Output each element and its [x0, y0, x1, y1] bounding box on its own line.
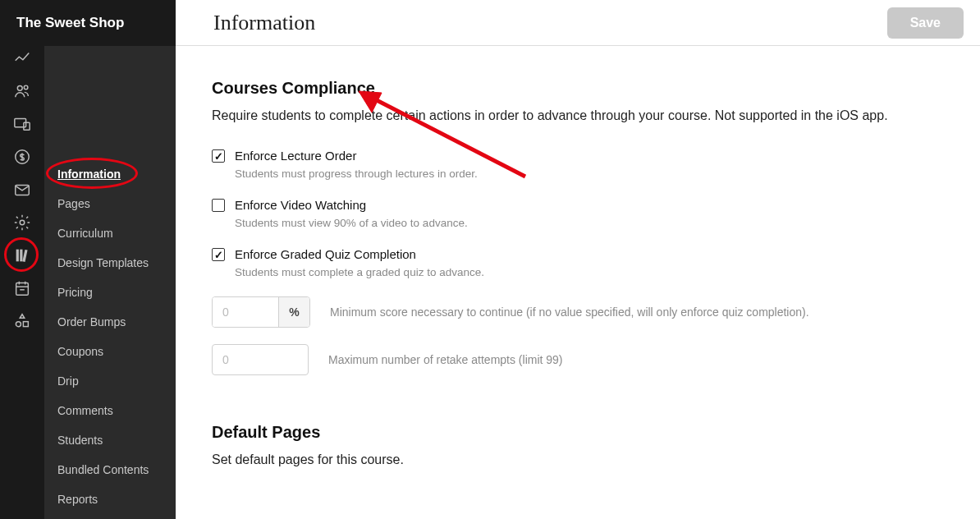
checkbox-label: Enforce Video Watching [235, 198, 366, 212]
subnav-item-bundled-contents[interactable]: Bundled Contents [44, 455, 176, 485]
apps-icon[interactable] [13, 312, 31, 330]
svg-point-6 [20, 220, 25, 225]
compliance-desc: Require students to complete certain act… [212, 106, 931, 126]
gear-icon[interactable] [13, 214, 31, 232]
subnav-item-curriculum[interactable]: Curriculum [44, 218, 176, 248]
retakes-help: Maximum number of retake attempts (limit… [328, 353, 563, 366]
min-score-row: % Minimum score necessary to continue (i… [212, 296, 931, 328]
percent-addon: % [278, 297, 309, 327]
devices-icon[interactable] [13, 115, 31, 133]
svg-rect-17 [23, 322, 28, 327]
subnav-item-reports[interactable]: Reports [44, 485, 176, 514]
subnav-item-comments[interactable]: Comments [44, 396, 176, 425]
checkbox-enforce-lecture-order[interactable] [212, 149, 225, 163]
checkbox-enforce-video-watching[interactable] [212, 199, 225, 212]
subnav: Information Pages Curriculum Design Temp… [44, 0, 176, 519]
checkbox-label: Enforce Graded Quiz Completion [235, 247, 416, 261]
brand-title: The Sweet Shop [0, 0, 176, 46]
checkbox-help: Students must progress through lectures … [235, 168, 931, 180]
subnav-item-coupons[interactable]: Coupons [44, 337, 176, 366]
check-enforce-video-watching: Enforce Video Watching [212, 198, 931, 212]
svg-point-0 [17, 85, 22, 90]
page-title: Information [213, 11, 315, 35]
dollar-icon[interactable] [13, 148, 31, 166]
save-button[interactable]: Save [887, 7, 964, 39]
min-score-input[interactable] [213, 297, 278, 327]
section-compliance: Courses Compliance Require students to c… [212, 79, 931, 375]
main-content: Information Save Courses Compliance Requ… [176, 0, 980, 519]
calendar-icon[interactable] [13, 279, 31, 297]
analytics-icon[interactable] [13, 49, 31, 67]
svg-marker-15 [20, 315, 25, 319]
default-pages-desc: Set default pages for this course. [212, 450, 931, 470]
mail-icon[interactable] [13, 181, 31, 199]
subnav-item-information[interactable]: Information [44, 159, 176, 189]
checkbox-help: Students must complete a graded quiz to … [235, 266, 931, 278]
retakes-input[interactable] [212, 344, 309, 375]
topbar: Information Save [176, 0, 980, 46]
icon-rail [0, 0, 44, 519]
checkbox-help: Students must view 90% of a video to adv… [235, 217, 931, 229]
subnav-item-order-bumps[interactable]: Order Bumps [44, 307, 176, 337]
check-enforce-lecture-order: Enforce Lecture Order [212, 149, 931, 163]
default-pages-title: Default Pages [212, 423, 931, 442]
check-enforce-quiz-completion: Enforce Graded Quiz Completion [212, 247, 931, 261]
svg-point-1 [24, 85, 28, 90]
compliance-title: Courses Compliance [212, 79, 931, 98]
subnav-item-students[interactable]: Students [44, 425, 176, 455]
svg-rect-8 [20, 250, 22, 262]
section-default-pages: Default Pages Set default pages for this… [212, 423, 931, 470]
min-score-input-group: % [212, 296, 310, 328]
subnav-item-design-templates[interactable]: Design Templates [44, 248, 176, 278]
min-score-help: Minimum score necessary to continue (if … [330, 305, 809, 319]
books-icon[interactable] [13, 246, 31, 264]
checkbox-enforce-quiz-completion[interactable] [212, 248, 225, 261]
users-icon[interactable] [13, 82, 31, 100]
subnav-item-drip[interactable]: Drip [44, 366, 176, 396]
svg-rect-7 [16, 250, 19, 262]
svg-rect-9 [22, 250, 27, 262]
subnav-item-pricing[interactable]: Pricing [44, 278, 176, 307]
subnav-list: Information Pages Curriculum Design Temp… [44, 153, 176, 519]
svg-rect-10 [16, 283, 29, 296]
checkbox-label: Enforce Lecture Order [235, 149, 356, 163]
svg-point-16 [16, 322, 21, 327]
subnav-item-pages[interactable]: Pages [44, 189, 176, 218]
retakes-row: Maximum number of retake attempts (limit… [212, 344, 931, 375]
svg-rect-3 [24, 122, 30, 130]
